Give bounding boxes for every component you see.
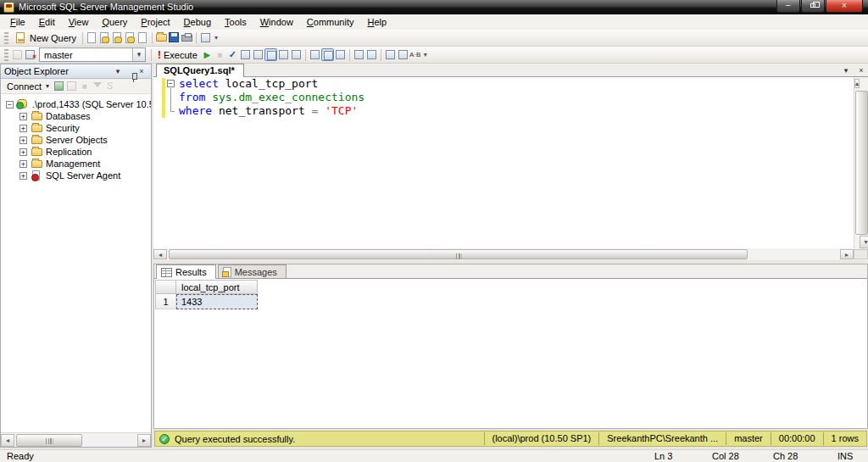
filter-icon[interactable] bbox=[91, 80, 103, 92]
mdx-query-icon[interactable] bbox=[98, 31, 111, 44]
query-options-icon[interactable] bbox=[252, 48, 264, 61]
grid-row-header[interactable]: 1 bbox=[155, 294, 176, 309]
expand-icon[interactable]: + bbox=[19, 172, 27, 180]
expand-icon[interactable]: + bbox=[19, 160, 27, 168]
tree-node-security[interactable]: + Security bbox=[1, 122, 151, 134]
scrollbar-track[interactable] bbox=[14, 434, 137, 447]
new-query-button[interactable]: New Query bbox=[11, 31, 80, 46]
tab-results[interactable]: Results bbox=[156, 264, 216, 279]
display-estimated-plan-icon[interactable] bbox=[239, 48, 252, 61]
scroll-right-icon[interactable]: ▸ bbox=[840, 249, 854, 259]
grid-column-header[interactable]: local_tcp_port bbox=[176, 280, 258, 294]
sql-code[interactable]: select local_tcp_port from sys.dm_exec_c… bbox=[179, 77, 364, 118]
database-engine-query-icon[interactable] bbox=[86, 31, 98, 44]
scroll-down-icon[interactable]: ▾ bbox=[860, 236, 868, 248]
include-client-statistics-icon[interactable] bbox=[290, 48, 303, 61]
tab-sqlquery1[interactable]: SQLQuery1.sql* bbox=[156, 64, 244, 77]
menu-project[interactable]: Project bbox=[134, 14, 176, 30]
expand-icon[interactable]: + bbox=[19, 136, 27, 144]
expand-icon[interactable]: + bbox=[19, 148, 27, 156]
scrollbar-thumb[interactable] bbox=[855, 91, 868, 235]
scroll-right-icon[interactable]: ▸ bbox=[137, 434, 151, 447]
scrollbar-track[interactable] bbox=[167, 249, 840, 259]
tab-messages[interactable]: Messages bbox=[218, 264, 287, 278]
restore-button[interactable] bbox=[801, 0, 825, 13]
tree-node-server-objects[interactable]: + Server Objects bbox=[1, 134, 151, 146]
expand-icon[interactable]: + bbox=[19, 125, 27, 132]
results-to-grid-icon[interactable] bbox=[321, 48, 334, 61]
editor-vscrollbar[interactable]: ▴ ▾ bbox=[854, 77, 868, 248]
tree-node-server[interactable]: − .\prod,1433 (SQL Server 10.50.2425 - bbox=[1, 98, 151, 110]
menu-query[interactable]: Query bbox=[95, 14, 134, 30]
connect-server-icon[interactable] bbox=[53, 80, 65, 92]
available-databases-combo[interactable]: master ▾ bbox=[39, 47, 146, 62]
activity-monitor-icon[interactable] bbox=[199, 31, 212, 44]
object-explorer-header[interactable]: Object Explorer ▾ × bbox=[1, 64, 151, 79]
collapse-icon[interactable]: − bbox=[6, 101, 14, 109]
menu-debug[interactable]: Debug bbox=[177, 14, 218, 30]
menu-file[interactable]: File bbox=[3, 14, 32, 30]
open-file-dialog-icon[interactable] bbox=[136, 31, 149, 44]
xmla-query-icon[interactable] bbox=[124, 31, 136, 44]
scrollbar-thumb[interactable] bbox=[169, 249, 748, 259]
code-line-1[interactable]: select local_tcp_port bbox=[179, 77, 364, 91]
grid-cell-selected[interactable]: 1433 bbox=[176, 294, 258, 309]
disconnect-server-icon[interactable] bbox=[65, 80, 78, 92]
minimize-button[interactable]: − bbox=[776, 0, 800, 13]
code-line-2[interactable]: from sys.dm_exec_connections bbox=[179, 91, 364, 104]
close-button[interactable]: × bbox=[826, 0, 863, 13]
tree-node-management[interactable]: + Management bbox=[1, 158, 151, 170]
toolbar-grip[interactable] bbox=[4, 49, 8, 61]
parse-query-icon[interactable]: ✓ bbox=[226, 48, 239, 61]
execute-button[interactable]: ! Execute bbox=[154, 47, 201, 63]
code-editor[interactable]: − select local_tcp_port from sys.dm_exec… bbox=[153, 77, 868, 248]
open-folder-icon[interactable] bbox=[155, 31, 168, 44]
menu-community[interactable]: Community bbox=[300, 14, 361, 30]
scrollbar-thumb[interactable] bbox=[16, 434, 82, 447]
tree-node-sql-server-agent[interactable]: + SQL Server Agent bbox=[1, 170, 151, 181]
object-explorer-hscrollbar[interactable]: ◂ ▸ bbox=[1, 432, 151, 447]
code-fold-collapse-icon[interactable]: − bbox=[167, 80, 175, 87]
connect-query-icon[interactable] bbox=[11, 48, 24, 61]
toolbar-grip[interactable] bbox=[4, 32, 8, 44]
change-connection-icon[interactable]: × bbox=[24, 48, 36, 61]
scroll-up-icon[interactable]: ▴ bbox=[854, 79, 860, 88]
include-actual-plan-icon[interactable] bbox=[277, 48, 290, 61]
script-icon[interactable]: S bbox=[103, 80, 116, 92]
results-to-text-icon[interactable] bbox=[309, 48, 321, 61]
decrease-indent-icon[interactable] bbox=[384, 48, 397, 61]
increase-indent-icon[interactable] bbox=[397, 48, 409, 61]
tree-node-databases[interactable]: + Databases bbox=[1, 110, 151, 122]
tree-node-replication[interactable]: + Replication bbox=[1, 146, 151, 158]
close-document-icon[interactable]: × bbox=[856, 64, 866, 76]
editor-hscrollbar[interactable]: ◂ ▸ bbox=[153, 248, 868, 260]
dmx-query-icon[interactable] bbox=[111, 31, 124, 44]
stop-icon[interactable]: ■ bbox=[78, 80, 91, 92]
grid-corner-cell[interactable] bbox=[155, 280, 176, 294]
menu-window[interactable]: Window bbox=[253, 14, 300, 30]
scroll-left-icon[interactable]: ◂ bbox=[153, 249, 167, 259]
results-to-file-icon[interactable] bbox=[334, 48, 347, 61]
menu-edit[interactable]: Edit bbox=[32, 14, 62, 30]
close-panel-icon[interactable]: × bbox=[136, 65, 147, 78]
toolbar-overflow-button[interactable]: ▾ bbox=[421, 51, 430, 58]
toolbar-overflow-button[interactable]: ▾ bbox=[212, 34, 220, 42]
print-icon[interactable] bbox=[181, 31, 193, 44]
intellisense-enabled-icon[interactable] bbox=[264, 48, 277, 61]
comment-out-lines-icon[interactable] bbox=[353, 48, 365, 61]
window-position-icon[interactable]: ▾ bbox=[112, 65, 124, 78]
save-icon[interactable] bbox=[168, 31, 181, 44]
active-files-dropdown-icon[interactable]: ▾ bbox=[841, 64, 851, 76]
scroll-left-icon[interactable]: ◂ bbox=[1, 434, 14, 447]
menu-help[interactable]: Help bbox=[361, 14, 394, 30]
cancel-query-icon[interactable]: ■ bbox=[214, 48, 226, 61]
code-line-3[interactable]: where net_transport = 'TCP' bbox=[179, 104, 364, 118]
expand-icon[interactable]: + bbox=[19, 113, 27, 120]
connect-button[interactable]: Connect ▾ bbox=[3, 79, 53, 94]
combo-dropdown-icon[interactable]: ▾ bbox=[132, 48, 145, 61]
menu-tools[interactable]: Tools bbox=[218, 14, 253, 30]
debug-play-icon[interactable]: ▶ bbox=[201, 48, 214, 61]
uncomment-lines-icon[interactable] bbox=[365, 48, 378, 61]
menu-view[interactable]: View bbox=[62, 14, 96, 30]
specify-template-values-icon[interactable]: A·B bbox=[409, 52, 421, 58]
